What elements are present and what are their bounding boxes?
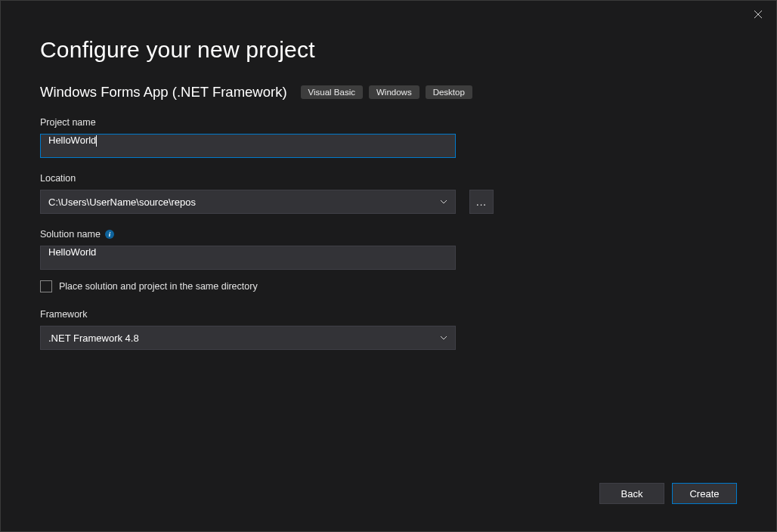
solution-name-label: Solution name i bbox=[40, 229, 737, 240]
same-directory-label: Place solution and project in the same d… bbox=[59, 281, 258, 292]
chevron-down-icon bbox=[440, 334, 447, 342]
tag-visual-basic: Visual Basic bbox=[301, 85, 363, 99]
info-icon[interactable]: i bbox=[105, 230, 114, 239]
project-name-input[interactable]: HelloWorld bbox=[40, 134, 456, 158]
back-label: Back bbox=[621, 488, 643, 500]
project-name-value: HelloWorld bbox=[48, 135, 96, 146]
chevron-down-icon bbox=[440, 198, 447, 206]
tag-windows: Windows bbox=[369, 85, 419, 99]
close-icon bbox=[754, 10, 763, 19]
location-label: Location bbox=[40, 173, 737, 184]
same-directory-checkbox[interactable] bbox=[40, 280, 52, 292]
location-combo[interactable]: C:\Users\UserName\source\repos bbox=[40, 190, 456, 214]
solution-name-label-text: Solution name bbox=[40, 229, 101, 240]
browse-label: ... bbox=[476, 196, 487, 208]
browse-button[interactable]: ... bbox=[469, 190, 494, 214]
back-button[interactable]: Back bbox=[599, 483, 664, 504]
framework-label: Framework bbox=[40, 309, 737, 320]
close-button[interactable] bbox=[748, 5, 769, 23]
tag-desktop: Desktop bbox=[426, 85, 472, 99]
create-label: Create bbox=[689, 488, 719, 500]
framework-value: .NET Framework 4.8 bbox=[48, 332, 139, 344]
framework-combo[interactable]: .NET Framework 4.8 bbox=[40, 326, 456, 350]
page-title: Configure your new project bbox=[40, 37, 737, 63]
template-name: Windows Forms App (.NET Framework) bbox=[40, 84, 287, 101]
solution-name-value: HelloWorld bbox=[48, 246, 96, 258]
text-cursor bbox=[96, 135, 97, 147]
create-button[interactable]: Create bbox=[672, 483, 737, 504]
location-value: C:\Users\UserName\source\repos bbox=[48, 196, 196, 208]
project-name-label: Project name bbox=[40, 117, 737, 128]
template-tags: Visual Basic Windows Desktop bbox=[301, 85, 472, 99]
solution-name-input[interactable]: HelloWorld bbox=[40, 246, 456, 270]
